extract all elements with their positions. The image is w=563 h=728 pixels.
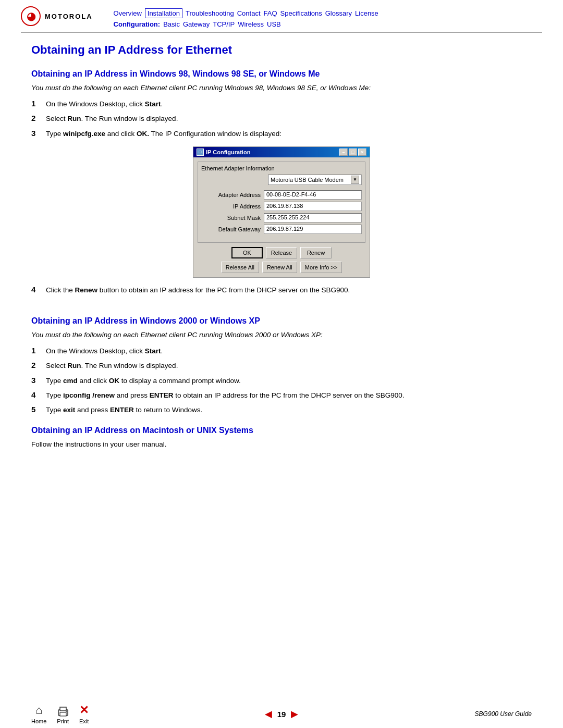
nav-troubleshooting[interactable]: Troubleshooting bbox=[186, 9, 234, 17]
dialog-titlebar: □ IP Configuration – □ × bbox=[193, 147, 370, 157]
section2: Obtaining an IP Address in Windows 2000 … bbox=[31, 316, 532, 415]
step4-number: 4 bbox=[31, 285, 39, 306]
renew-all-button[interactable]: Renew All bbox=[262, 262, 297, 273]
exit-nav-item[interactable]: ✕ Exit bbox=[79, 704, 89, 724]
nav-glossary[interactable]: Glossary bbox=[325, 9, 352, 17]
more-info-button[interactable]: More Info >> bbox=[300, 262, 342, 273]
page-nav: ◀ 19 ▶ bbox=[265, 708, 299, 720]
section1-title: Obtaining an IP Address in Windows 98, W… bbox=[31, 69, 532, 79]
section3-title: Obtaining an IP Address on Macintosh or … bbox=[31, 426, 532, 435]
close-button[interactable]: × bbox=[358, 149, 366, 156]
step-text: Select Run. The Run window is displayed. bbox=[46, 114, 532, 124]
ip-config-dialog: □ IP Configuration – □ × Ethernet Adapte… bbox=[193, 146, 370, 278]
home-nav-item[interactable]: ⌂ Home bbox=[31, 704, 46, 724]
nav-overview[interactable]: Overview bbox=[114, 9, 142, 17]
section2-intro: You must do the following on each Ethern… bbox=[31, 331, 532, 339]
adapter-dropdown[interactable]: Motorola USB Cable Modem ▼ bbox=[268, 175, 362, 185]
motorola-logo-circle: ◕ bbox=[21, 6, 41, 26]
gateway-row: Default Gateway 206.19.87.129 bbox=[201, 225, 362, 234]
dialog-wrapper: □ IP Configuration – □ × Ethernet Adapte… bbox=[31, 146, 532, 278]
step-number: 1 bbox=[31, 99, 39, 108]
home-label: Home bbox=[31, 718, 46, 724]
dialog-group: Ethernet Adapter Information Motorola US… bbox=[198, 162, 365, 243]
button-row-2[interactable]: Release All Renew All More Info >> bbox=[198, 262, 365, 273]
print-nav-item[interactable]: Print bbox=[57, 707, 69, 724]
section1: Obtaining an IP Address in Windows 98, W… bbox=[31, 69, 532, 306]
nav-installation[interactable]: Installation bbox=[145, 8, 182, 18]
step-number: 4 bbox=[31, 390, 39, 399]
exit-icon[interactable]: ✕ bbox=[79, 704, 89, 717]
step-text: Type ipconfig /renew and press ENTER to … bbox=[46, 390, 532, 401]
dialog-title: IP Configuration bbox=[206, 149, 250, 155]
nav-top: Overview Installation Troubleshooting Co… bbox=[114, 8, 542, 18]
ok-button[interactable]: OK bbox=[231, 247, 263, 258]
svg-point-3 bbox=[66, 711, 67, 712]
adapter-name: Motorola USB Cable Modem bbox=[271, 177, 344, 183]
step-text: Select Run. The Run window is displayed. bbox=[46, 361, 532, 371]
renew-button[interactable]: Renew bbox=[300, 247, 332, 258]
nav-specifications[interactable]: Specifications bbox=[280, 9, 322, 17]
nav-usb[interactable]: USB bbox=[267, 20, 281, 28]
nav-basic[interactable]: Basic bbox=[163, 20, 180, 28]
config-label: Configuration: bbox=[114, 20, 161, 28]
list-item: 3 Type cmd and click OK to display a com… bbox=[31, 376, 532, 386]
list-item: 2 Select Run. The Run window is displaye… bbox=[31, 361, 532, 371]
maximize-button[interactable]: □ bbox=[349, 149, 357, 156]
nav-area: Overview Installation Troubleshooting Co… bbox=[114, 6, 542, 28]
home-icon[interactable]: ⌂ bbox=[35, 704, 42, 717]
win-controls[interactable]: – □ × bbox=[339, 149, 366, 156]
print-icon[interactable] bbox=[57, 707, 69, 717]
page-number: 19 bbox=[277, 710, 286, 719]
section1-steps: 1 On the Windows Desktop, click Start. 2… bbox=[31, 99, 532, 139]
dialog-body: Ethernet Adapter Information Motorola US… bbox=[193, 157, 370, 277]
group-label: Ethernet Adapter Information bbox=[201, 165, 362, 171]
step-text: Type cmd and click OK to display a comma… bbox=[46, 376, 532, 386]
section3: Obtaining an IP Address on Macintosh or … bbox=[31, 426, 532, 448]
list-item: 1 On the Windows Desktop, click Start. bbox=[31, 99, 532, 109]
adapter-address-row: Adapter Address 00-08-0E-D2-F4-46 bbox=[201, 190, 362, 200]
ip-address-value: 206.19.87.138 bbox=[264, 202, 362, 211]
button-row-1[interactable]: OK Release Renew bbox=[198, 247, 365, 258]
step4-container: 4 Click the Renew button to obtain an IP… bbox=[31, 285, 532, 306]
gateway-value: 206.19.87.129 bbox=[264, 225, 362, 234]
step-text: On the Windows Desktop, click Start. bbox=[46, 99, 532, 109]
section1-intro: You must do the following on each Ethern… bbox=[31, 84, 532, 92]
step4-text: Click the Renew button to obtain an IP a… bbox=[46, 285, 350, 295]
section3-text: Follow the instructions in your user man… bbox=[31, 440, 532, 448]
header: ◕ MOTOROLA Overview Installation Trouble… bbox=[0, 0, 563, 32]
nav-contact[interactable]: Contact bbox=[237, 9, 261, 17]
list-item: 1 On the Windows Desktop, click Start. bbox=[31, 346, 532, 356]
nav-gateway[interactable]: Gateway bbox=[183, 20, 210, 28]
dropdown-arrow-icon[interactable]: ▼ bbox=[351, 176, 359, 184]
footer: ⌂ Home Print ✕ Exit ◀ 19 ▶ SBG900 bbox=[0, 700, 563, 728]
section2-title: Obtaining an IP Address in Windows 2000 … bbox=[31, 316, 532, 326]
next-page-arrow[interactable]: ▶ bbox=[291, 708, 298, 720]
main-content: Obtaining an IP Address for Ethernet Obt… bbox=[0, 33, 563, 700]
adapter-address-label: Adapter Address bbox=[201, 192, 264, 198]
nav-license[interactable]: License bbox=[355, 9, 378, 17]
adapter-address-value: 00-08-0E-D2-F4-46 bbox=[264, 190, 362, 200]
svg-rect-2 bbox=[60, 712, 66, 716]
ip-address-row: IP Address 206.19.87.138 bbox=[201, 202, 362, 211]
footer-nav-icons: ⌂ Home Print ✕ Exit bbox=[31, 704, 89, 724]
step-text: Type winipcfg.exe and click OK. The IP C… bbox=[46, 129, 532, 139]
nav-faq[interactable]: FAQ bbox=[264, 9, 277, 17]
nav-bottom: Configuration: Basic Gateway TCP/IP Wire… bbox=[114, 20, 542, 28]
step-number: 5 bbox=[31, 405, 39, 414]
step-number: 1 bbox=[31, 346, 39, 355]
adapter-dropdown-row[interactable]: Motorola USB Cable Modem ▼ bbox=[201, 175, 362, 185]
logo-area: ◕ MOTOROLA bbox=[21, 6, 93, 26]
nav-wireless[interactable]: Wireless bbox=[238, 20, 264, 28]
minimize-button[interactable]: – bbox=[339, 149, 348, 156]
subnet-mask-row: Subnet Mask 255.255.255.224 bbox=[201, 213, 362, 223]
release-button[interactable]: Release bbox=[266, 247, 297, 258]
footer-guide-text: SBG900 User Guide bbox=[475, 710, 532, 718]
release-all-button[interactable]: Release All bbox=[221, 262, 259, 273]
subnet-mask-label: Subnet Mask bbox=[201, 215, 264, 221]
list-item: 5 Type exit and press ENTER to return to… bbox=[31, 405, 532, 415]
step-number: 3 bbox=[31, 376, 39, 385]
step-number: 2 bbox=[31, 361, 39, 369]
list-item: 4 Type ipconfig /renew and press ENTER t… bbox=[31, 390, 532, 401]
prev-page-arrow[interactable]: ◀ bbox=[265, 708, 272, 720]
nav-tcpip[interactable]: TCP/IP bbox=[213, 20, 235, 28]
